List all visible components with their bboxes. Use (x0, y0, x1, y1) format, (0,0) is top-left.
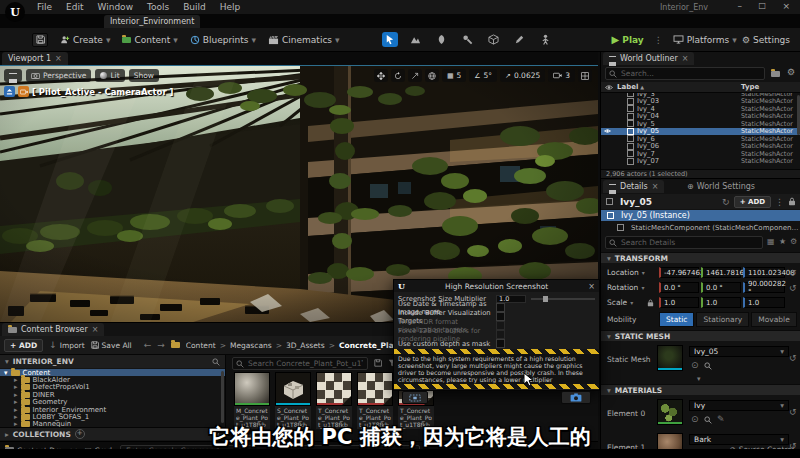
material-thumbnail-ivy[interactable] (657, 399, 683, 425)
rotation-label[interactable]: Rotation▾ (607, 283, 657, 292)
camera-speed-button[interactable]: 3 (548, 69, 575, 82)
edit-material-icon[interactable]: ✎ (717, 414, 725, 424)
close-button[interactable]: × (782, 1, 790, 11)
scale-x-field[interactable]: 1.0 (659, 297, 699, 308)
dialog-title-bar[interactable]: U High Resolution Screenshot × (394, 280, 599, 292)
browse-to-icon[interactable] (704, 362, 712, 370)
scale-z-field[interactable]: 1.0 (743, 297, 785, 308)
favorites-star-icon[interactable]: ★ (779, 237, 786, 246)
blueprints-button[interactable]: Blueprints ▾ (184, 31, 262, 49)
kebab-icon[interactable]: ⋮ (775, 197, 784, 207)
eye-icon[interactable] (603, 128, 612, 134)
content-browser-tab[interactable]: Content Browser × (2, 323, 104, 336)
asset-tile[interactable]: M_Concrete_Plant_Pot_u1T8fkba (234, 372, 270, 429)
scale-snap-toggle[interactable]: ↗ 0.0625 (500, 69, 545, 82)
staticmesh-thumbnail[interactable] (657, 345, 683, 371)
expand-section-icon[interactable]: ▾ (697, 375, 701, 383)
save-search-icon[interactable] (374, 359, 382, 369)
component-row-selected[interactable]: Ivy_05 (Instance) (601, 210, 800, 221)
staticmesh-dropdown[interactable]: Ivy_05 ▾ (689, 346, 789, 357)
asset-tile[interactable]: S_Concrete_Plant_Pot_u1T8fkba_lod0 (275, 372, 311, 429)
rotation-x-field[interactable]: 0.0 ° (659, 282, 699, 293)
viewport-tab[interactable]: Viewport 1 × (2, 52, 68, 65)
add-asset-button[interactable]: + ADD (4, 339, 43, 352)
scale-label[interactable]: Scale▾ (607, 298, 645, 307)
lock-icon[interactable] (788, 197, 796, 206)
landscape-mode-button[interactable] (408, 32, 424, 47)
browse-to-icon[interactable] (704, 416, 712, 424)
menu-build[interactable]: Build (176, 2, 213, 12)
outliner-settings-icon[interactable]: ⚙ (787, 67, 795, 77)
forward-button[interactable]: → (157, 340, 165, 350)
import-button[interactable]: ↓ Import (49, 340, 84, 350)
column-label[interactable]: Label (617, 83, 638, 91)
fracture-mode-button[interactable] (486, 32, 502, 47)
close-icon[interactable]: × (92, 325, 99, 334)
reset-material-icon[interactable]: ↺ (789, 407, 797, 417)
viewport-show-menu[interactable]: Show (129, 69, 159, 82)
use-selected-icon[interactable]: ⊙ (691, 360, 699, 370)
close-icon[interactable]: × (55, 54, 62, 63)
tree-scrollbar[interactable] (221, 371, 224, 423)
platforms-button[interactable]: Platforms ▾ (667, 31, 743, 49)
save-all-button[interactable]: Save All (91, 341, 132, 350)
world-settings-tab[interactable]: ⊕ World Settings (687, 182, 755, 191)
brush-edit-mode-button[interactable] (512, 32, 528, 47)
play-button[interactable]: ▶ Play (606, 31, 650, 49)
multiplier-value-field[interactable] (496, 295, 526, 303)
checkbox[interactable] (496, 312, 505, 321)
mobility-movable-button[interactable]: Movable (751, 312, 797, 327)
add-component-button[interactable]: + ADD (734, 196, 771, 208)
breadcrumb-item[interactable]: Content (186, 341, 216, 350)
location-x-field[interactable]: -47.967462 (659, 267, 699, 278)
collections-header[interactable]: ▸ COLLECTIONS + (0, 427, 226, 440)
staticmesh-section-header[interactable]: ▾ STATIC MESH (601, 330, 800, 341)
scale-tool-button[interactable] (408, 69, 422, 82)
details-tab[interactable]: Details × (603, 180, 664, 193)
capture-region-button[interactable] (402, 391, 428, 404)
world-outliner-tab[interactable]: World Outliner × (603, 52, 694, 65)
create-button[interactable]: Create ▾ (54, 31, 116, 49)
material0-dropdown[interactable]: Ivy ▾ (689, 400, 789, 411)
details-settings-icon[interactable]: ⚙ (790, 237, 797, 246)
minimize-button[interactable]: – (738, 1, 743, 11)
mesh-paint-mode-button[interactable] (460, 32, 476, 47)
checkbox[interactable] (496, 339, 505, 348)
viewport-perspective-menu[interactable]: Perspective (26, 69, 91, 82)
new-folder-icon[interactable] (771, 69, 780, 79)
eject-pilot-icon[interactable] (4, 86, 15, 97)
maximize-viewport-button[interactable] (578, 69, 592, 82)
select-mode-button[interactable] (382, 32, 398, 47)
level-tab[interactable]: Interior_Environment (104, 15, 200, 28)
mobility-static-button[interactable]: Static (659, 312, 694, 327)
asset-tile[interactable]: T_Concrete_Plant_Pot_u1T8fkba_2K_N (357, 372, 393, 429)
menu-tools[interactable]: Tools (140, 2, 176, 12)
rotation-snap-toggle[interactable]: ∠ 5° (469, 69, 497, 82)
material1-dropdown[interactable]: Bark ▾ (689, 434, 789, 445)
rotation-z-field[interactable]: 90.000282 ° (743, 282, 785, 293)
add-collection-icon[interactable]: + (75, 429, 85, 439)
outliner-column-headers[interactable]: Label ▲ Type (601, 82, 800, 93)
outliner-row[interactable]: Ivy_07StaticMeshActor (601, 158, 800, 166)
maximize-button[interactable]: □ (758, 1, 766, 10)
take-screenshot-button[interactable] (561, 391, 591, 404)
play-options-kebab[interactable]: ⋮ (654, 35, 663, 45)
animation-mode-button[interactable] (538, 32, 554, 47)
foliage-mode-button[interactable] (434, 32, 450, 47)
eye-icon[interactable] (604, 84, 614, 91)
use-selected-icon[interactable]: ⊙ (691, 414, 699, 424)
search-icon[interactable] (212, 358, 220, 366)
details-grid-icon[interactable]: ▦ (767, 237, 775, 246)
location-y-field[interactable]: 1461.78166 (701, 267, 741, 278)
scale-lock-icon[interactable] (647, 299, 654, 307)
location-label[interactable]: Location▾ (607, 268, 657, 277)
materials-section-header[interactable]: ▾ MATERIALS (601, 384, 800, 395)
rotate-tool-button[interactable] (391, 69, 405, 82)
menu-help[interactable]: Help (213, 2, 248, 12)
reset-rotation-icon[interactable]: ↺ (789, 283, 797, 293)
dialog-close-button[interactable]: × (588, 282, 595, 291)
back-button[interactable]: ← (144, 340, 152, 350)
viewport-options-menu[interactable] (4, 69, 22, 82)
sources-header[interactable]: ▾ INTERIOR_ENV (0, 355, 225, 368)
content-button[interactable]: Content ▾ (116, 31, 183, 49)
